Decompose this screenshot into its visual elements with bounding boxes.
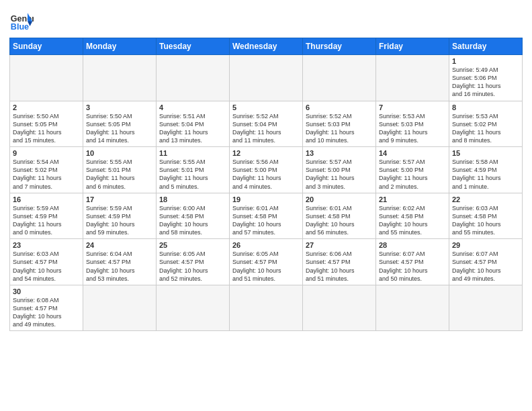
day-cell: 24Sunrise: 6:04 AM Sunset: 4:57 PM Dayli… xyxy=(83,239,157,285)
day-info: Sunrise: 5:59 AM Sunset: 4:59 PM Dayligh… xyxy=(13,204,80,237)
day-info: Sunrise: 5:56 AM Sunset: 5:00 PM Dayligh… xyxy=(232,158,300,191)
day-info: Sunrise: 5:52 AM Sunset: 5:03 PM Dayligh… xyxy=(306,112,373,145)
day-cell: 20Sunrise: 6:01 AM Sunset: 4:58 PM Dayli… xyxy=(303,193,376,239)
day-info: Sunrise: 6:05 AM Sunset: 4:57 PM Dayligh… xyxy=(159,250,226,283)
day-cell xyxy=(83,285,157,331)
day-number: 24 xyxy=(86,241,153,249)
day-cell: 21Sunrise: 6:02 AM Sunset: 4:58 PM Dayli… xyxy=(376,193,449,239)
day-info: Sunrise: 5:49 AM Sunset: 5:06 PM Dayligh… xyxy=(452,66,519,99)
day-number: 7 xyxy=(379,103,446,111)
day-cell: 6Sunrise: 5:52 AM Sunset: 5:03 PM Daylig… xyxy=(303,101,376,147)
day-cell: 13Sunrise: 5:57 AM Sunset: 5:00 PM Dayli… xyxy=(303,147,376,193)
day-number: 14 xyxy=(379,149,446,157)
day-cell: 16Sunrise: 5:59 AM Sunset: 4:59 PM Dayli… xyxy=(10,193,83,239)
day-cell xyxy=(83,55,157,101)
day-number: 10 xyxy=(86,149,153,157)
day-number: 16 xyxy=(13,195,80,203)
week-row-1: 1Sunrise: 5:49 AM Sunset: 5:06 PM Daylig… xyxy=(10,55,523,101)
day-cell xyxy=(449,285,523,331)
day-cell: 29Sunrise: 6:07 AM Sunset: 4:57 PM Dayli… xyxy=(449,239,523,285)
day-info: Sunrise: 5:52 AM Sunset: 5:04 PM Dayligh… xyxy=(232,112,300,145)
weekday-thursday: Thursday xyxy=(303,38,376,55)
day-info: Sunrise: 6:00 AM Sunset: 4:58 PM Dayligh… xyxy=(159,204,226,237)
day-cell: 12Sunrise: 5:56 AM Sunset: 5:00 PM Dayli… xyxy=(230,147,303,193)
day-info: Sunrise: 6:04 AM Sunset: 4:57 PM Dayligh… xyxy=(86,250,153,283)
week-row-2: 2Sunrise: 5:50 AM Sunset: 5:05 PM Daylig… xyxy=(10,101,523,147)
day-number: 2 xyxy=(13,103,80,111)
day-cell: 2Sunrise: 5:50 AM Sunset: 5:05 PM Daylig… xyxy=(10,101,83,147)
svg-text:Blue: Blue xyxy=(11,22,29,32)
day-number: 19 xyxy=(232,195,300,203)
week-row-3: 9Sunrise: 5:54 AM Sunset: 5:02 PM Daylig… xyxy=(10,147,523,193)
logo-icon: General Blue xyxy=(9,8,34,32)
day-number: 22 xyxy=(452,195,519,203)
day-info: Sunrise: 5:50 AM Sunset: 5:05 PM Dayligh… xyxy=(13,112,80,145)
day-cell: 17Sunrise: 5:59 AM Sunset: 4:59 PM Dayli… xyxy=(83,193,157,239)
day-number: 6 xyxy=(306,103,373,111)
day-number: 30 xyxy=(13,287,80,295)
day-info: Sunrise: 5:55 AM Sunset: 5:01 PM Dayligh… xyxy=(159,158,226,191)
day-cell: 8Sunrise: 5:53 AM Sunset: 5:02 PM Daylig… xyxy=(449,101,523,147)
day-number: 5 xyxy=(232,103,300,111)
day-number: 29 xyxy=(452,241,519,249)
day-cell: 4Sunrise: 5:51 AM Sunset: 5:04 PM Daylig… xyxy=(157,101,230,147)
week-row-5: 23Sunrise: 6:03 AM Sunset: 4:57 PM Dayli… xyxy=(10,239,523,285)
day-cell: 9Sunrise: 5:54 AM Sunset: 5:02 PM Daylig… xyxy=(10,147,83,193)
day-cell: 27Sunrise: 6:06 AM Sunset: 4:57 PM Dayli… xyxy=(303,239,376,285)
header: General Blue xyxy=(9,8,523,32)
day-cell: 5Sunrise: 5:52 AM Sunset: 5:04 PM Daylig… xyxy=(230,101,303,147)
weekday-friday: Friday xyxy=(376,38,449,55)
day-info: Sunrise: 5:58 AM Sunset: 4:59 PM Dayligh… xyxy=(452,158,519,191)
day-cell: 23Sunrise: 6:03 AM Sunset: 4:57 PM Dayli… xyxy=(10,239,83,285)
day-number: 12 xyxy=(232,149,300,157)
day-cell: 11Sunrise: 5:55 AM Sunset: 5:01 PM Dayli… xyxy=(157,147,230,193)
day-number: 9 xyxy=(13,149,80,157)
day-cell xyxy=(303,55,376,101)
day-cell xyxy=(157,285,230,331)
day-info: Sunrise: 5:54 AM Sunset: 5:02 PM Dayligh… xyxy=(13,158,80,191)
day-info: Sunrise: 6:01 AM Sunset: 4:58 PM Dayligh… xyxy=(232,204,300,237)
day-info: Sunrise: 6:01 AM Sunset: 4:58 PM Dayligh… xyxy=(306,204,373,237)
day-cell: 1Sunrise: 5:49 AM Sunset: 5:06 PM Daylig… xyxy=(449,55,523,101)
day-info: Sunrise: 6:05 AM Sunset: 4:57 PM Dayligh… xyxy=(232,250,300,283)
day-cell xyxy=(10,55,83,101)
day-number: 17 xyxy=(86,195,153,203)
day-number: 28 xyxy=(379,241,446,249)
day-cell: 3Sunrise: 5:50 AM Sunset: 5:05 PM Daylig… xyxy=(83,101,157,147)
day-number: 21 xyxy=(379,195,446,203)
weekday-monday: Monday xyxy=(83,38,157,55)
day-cell: 14Sunrise: 5:57 AM Sunset: 5:00 PM Dayli… xyxy=(376,147,449,193)
day-info: Sunrise: 5:53 AM Sunset: 5:02 PM Dayligh… xyxy=(452,112,519,145)
day-number: 3 xyxy=(86,103,153,111)
day-cell: 25Sunrise: 6:05 AM Sunset: 4:57 PM Dayli… xyxy=(157,239,230,285)
day-cell xyxy=(230,55,303,101)
day-number: 4 xyxy=(159,103,226,111)
day-number: 20 xyxy=(306,195,373,203)
day-cell xyxy=(376,55,449,101)
day-info: Sunrise: 6:08 AM Sunset: 4:57 PM Dayligh… xyxy=(13,296,80,329)
day-info: Sunrise: 5:50 AM Sunset: 5:05 PM Dayligh… xyxy=(86,112,153,145)
day-info: Sunrise: 6:07 AM Sunset: 4:57 PM Dayligh… xyxy=(379,250,446,283)
day-number: 15 xyxy=(452,149,519,157)
day-info: Sunrise: 6:03 AM Sunset: 4:58 PM Dayligh… xyxy=(452,204,519,237)
day-cell: 7Sunrise: 5:53 AM Sunset: 5:03 PM Daylig… xyxy=(376,101,449,147)
day-number: 27 xyxy=(306,241,373,249)
weekday-header-row: SundayMondayTuesdayWednesdayThursdayFrid… xyxy=(10,38,523,55)
day-cell: 22Sunrise: 6:03 AM Sunset: 4:58 PM Dayli… xyxy=(449,193,523,239)
logo: General Blue xyxy=(9,8,34,32)
day-cell xyxy=(376,285,449,331)
day-info: Sunrise: 5:59 AM Sunset: 4:59 PM Dayligh… xyxy=(86,204,153,237)
day-cell: 30Sunrise: 6:08 AM Sunset: 4:57 PM Dayli… xyxy=(10,285,83,331)
day-info: Sunrise: 5:55 AM Sunset: 5:01 PM Dayligh… xyxy=(86,158,153,191)
weekday-wednesday: Wednesday xyxy=(230,38,303,55)
day-info: Sunrise: 6:03 AM Sunset: 4:57 PM Dayligh… xyxy=(13,250,80,283)
day-number: 8 xyxy=(452,103,519,111)
weekday-tuesday: Tuesday xyxy=(157,38,230,55)
weekday-saturday: Saturday xyxy=(449,38,523,55)
weekday-sunday: Sunday xyxy=(10,38,83,55)
day-info: Sunrise: 5:57 AM Sunset: 5:00 PM Dayligh… xyxy=(306,158,373,191)
day-cell: 10Sunrise: 5:55 AM Sunset: 5:01 PM Dayli… xyxy=(83,147,157,193)
day-number: 13 xyxy=(306,149,373,157)
day-info: Sunrise: 6:02 AM Sunset: 4:58 PM Dayligh… xyxy=(379,204,446,237)
day-cell: 15Sunrise: 5:58 AM Sunset: 4:59 PM Dayli… xyxy=(449,147,523,193)
